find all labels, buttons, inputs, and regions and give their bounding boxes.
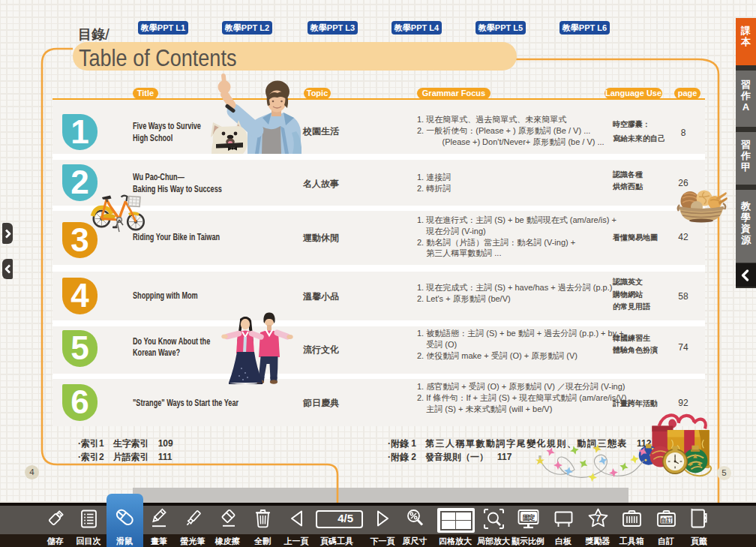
svg-text:自訂: 自訂 (661, 517, 673, 524)
svg-text:7: 7 (596, 513, 601, 524)
